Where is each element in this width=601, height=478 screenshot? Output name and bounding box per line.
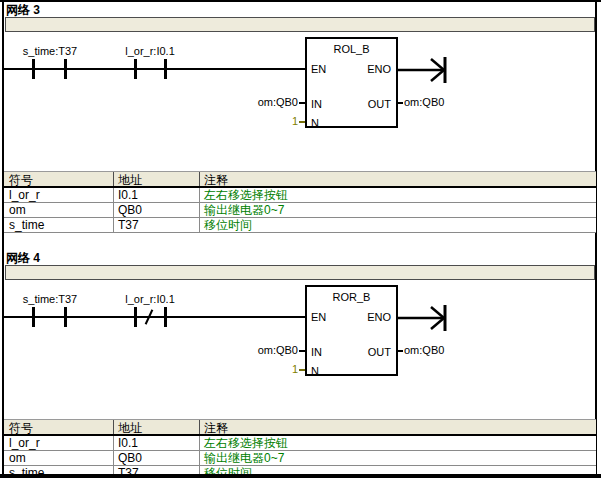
contact-1-label: s_time:T37 [10,45,90,57]
network-3-comment-bar[interactable] [5,17,595,32]
pin-n-label: N [311,365,319,377]
address-cell: I0.1 [113,188,199,202]
table-header-row: 符号 地址 注释 [4,171,596,188]
contact-2-no[interactable] [164,59,167,79]
col-header-comment: 注释 [199,420,596,434]
contact-1-no[interactable] [64,59,67,79]
contact-1-no[interactable] [32,307,35,327]
rol-b-block[interactable]: ROL_B EN ENO IN OUT N [305,37,398,128]
table-row[interactable]: l_or_r I0.1 左右移选择按钮 [4,188,596,203]
pin-n-label: N [311,117,319,129]
contact-2-label: l_or_r:I0.1 [110,293,190,305]
symbol-cell: l_or_r [4,436,113,450]
symbol-cell: om [4,203,113,217]
comment-cell: 输出继电器0~7 [199,203,596,217]
symbol-table: 符号 地址 注释 l_or_r I0.1 左右移选择按钮 om QB0 输出继电… [4,171,596,233]
table-row[interactable]: l_or_r I0.1 左右移选择按钮 [4,436,596,451]
pin-out-label: OUT [368,98,391,110]
wire-continuation-arrow-icon [397,52,455,88]
network-3: 网络 3 s_time:T37 l_or_r:I0.1 ROL_B EN ENO… [0,0,601,248]
wire-continuation-arrow-icon [397,300,455,336]
pin-en-label: EN [311,63,326,75]
contact-1-no[interactable] [32,59,35,79]
n-operand-value[interactable]: 1 [230,363,298,375]
comment-cell: 左右移选择按钮 [199,188,596,202]
table-header-row: 符号 地址 注释 [4,419,596,436]
contact-2-label: l_or_r:I0.1 [110,45,190,57]
block-title: ROR_B [307,291,396,303]
out-operand-value[interactable]: om:QB0 [404,344,444,356]
ladder-editor-canvas: 网络 3 s_time:T37 l_or_r:I0.1 ROL_B EN ENO… [0,0,601,478]
contact-1-no[interactable] [64,307,67,327]
pin-eno-label: ENO [367,63,391,75]
contact-2-no[interactable] [134,59,137,79]
pin-in-label: IN [311,98,322,110]
col-header-address: 地址 [113,420,199,434]
col-header-symbol: 符号 [4,420,113,434]
in-pin-tick [299,102,305,104]
n-operand-value[interactable]: 1 [230,115,298,127]
pin-in-label: IN [311,346,322,358]
table-row[interactable]: om QB0 输出继电器0~7 [4,451,596,466]
pin-en-label: EN [311,311,326,323]
n-pin-tick [299,121,305,123]
symbol-table: 符号 地址 注释 l_or_r I0.1 左右移选择按钮 om QB0 输出继电… [4,419,596,478]
symbol-cell: l_or_r [4,188,113,202]
ror-b-block[interactable]: ROR_B EN ENO IN OUT N [305,285,398,376]
contact-2-nc[interactable] [134,307,137,327]
network-4: 网络 4 s_time:T37 l_or_r:I0.1 ROR_B EN ENO… [0,248,601,478]
table-row[interactable]: s_time T37 移位时间 [4,218,596,233]
n-pin-tick [299,369,305,371]
network-4-comment-bar[interactable] [5,265,595,280]
symbol-cell: om [4,451,113,465]
pin-eno-label: ENO [367,311,391,323]
rung-wire [4,316,306,318]
table-row[interactable]: om QB0 输出继电器0~7 [4,203,596,218]
address-cell: T37 [113,218,199,232]
window-border-bottom [0,474,601,478]
address-cell: QB0 [113,203,199,217]
symbol-cell: s_time [4,218,113,232]
col-header-address: 地址 [113,172,199,186]
pin-out-label: OUT [368,346,391,358]
col-header-comment: 注释 [199,172,596,186]
out-operand-value[interactable]: om:QB0 [404,96,444,108]
address-cell: I0.1 [113,436,199,450]
comment-cell: 左右移选择按钮 [199,436,596,450]
contact-1-label: s_time:T37 [10,293,90,305]
in-pin-tick [299,350,305,352]
contact-2-nc[interactable] [164,307,167,327]
block-title: ROL_B [307,43,396,55]
comment-cell: 输出继电器0~7 [199,451,596,465]
col-header-symbol: 符号 [4,172,113,186]
comment-cell: 移位时间 [199,218,596,232]
rung-wire [4,68,306,70]
in-operand-value[interactable]: om:QB0 [230,96,298,108]
out-pin-tick [397,102,403,104]
address-cell: QB0 [113,451,199,465]
in-operand-value[interactable]: om:QB0 [230,344,298,356]
out-pin-tick [397,350,403,352]
